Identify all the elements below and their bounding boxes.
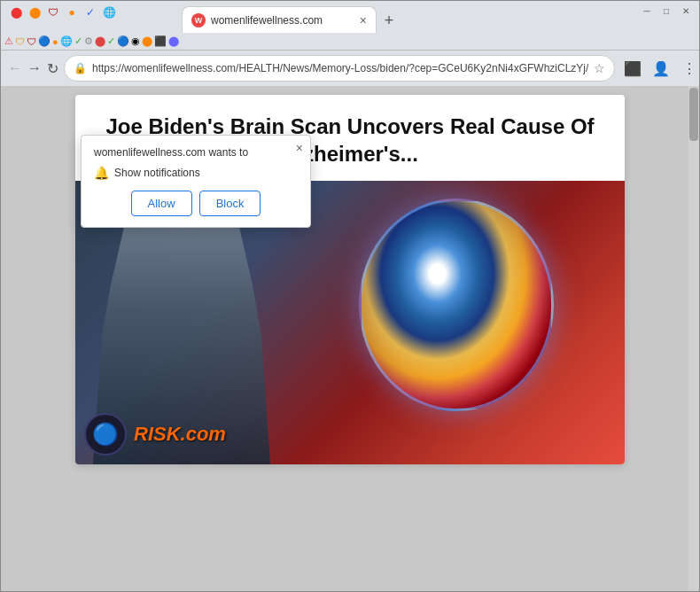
tab-close-button[interactable]: ×	[360, 13, 367, 27]
notification-row: 🔔 Show notifications	[94, 166, 298, 180]
page-content: Joe Biden's Brain Scan Uncovers Real Cau…	[1, 86, 699, 591]
window-controls: ─ □ ✕	[641, 4, 692, 17]
popup-action-buttons: Allow Block	[94, 191, 298, 216]
active-tab[interactable]: W womenlifewellness.com ×	[182, 6, 377, 33]
address-bar[interactable]: 🔒 https://womenlifewellness.com/HEALTH/N…	[64, 55, 615, 82]
url-text: https://womenlifewellness.com/HEALTH/New…	[92, 62, 588, 74]
ext-bar-icon-5[interactable]: ●	[52, 36, 58, 47]
security-icon: 🔒	[74, 62, 87, 74]
scrollbar[interactable]	[688, 86, 699, 591]
watermark: 🔵 RISK.com	[84, 413, 226, 456]
ext-icon-6[interactable]: 🌐	[101, 4, 117, 20]
ext-bar-icon-7[interactable]: ✓	[74, 35, 82, 47]
tab-bar: ⬤ ⬤ 🛡 ● ✓ 🌐 W womenlifewellness.com × + …	[1, 1, 699, 33]
tab-favicon: W	[191, 13, 206, 27]
popup-header-text: womenlifewellness.com wants to	[94, 146, 298, 159]
toolbar-right: ⬛ 👤 ⋮	[620, 56, 700, 81]
allow-button[interactable]: Allow	[131, 191, 192, 216]
ext-bar-icon-10[interactable]: ✓	[107, 35, 115, 47]
bookmark-icon[interactable]: ☆	[594, 61, 605, 75]
ext-bar-icon-2[interactable]: 🛡	[15, 36, 25, 47]
watermark-text: RISK.com	[134, 423, 226, 446]
ext-bar-icon-4[interactable]: 🔵	[38, 35, 51, 47]
ext-bar-icon-11[interactable]: 🔵	[117, 35, 129, 47]
ext-icon-5[interactable]: ✓	[82, 4, 98, 20]
bell-icon: 🔔	[94, 166, 109, 180]
minimize-button[interactable]: ─	[641, 4, 653, 17]
ext-bar-icon-8[interactable]: ⚙	[84, 35, 93, 47]
tab-title: womenlifewellness.com	[211, 14, 323, 27]
browser-window: ⬤ ⬤ 🛡 ● ✓ 🌐 W womenlifewellness.com × + …	[0, 0, 700, 592]
notification-description: Show notifications	[114, 167, 200, 179]
ext-icon-1[interactable]: ⬤	[8, 4, 24, 20]
ext-bar-icon-1[interactable]: ⚠	[4, 35, 13, 47]
maximize-button[interactable]: □	[660, 4, 673, 17]
extensions-button[interactable]: ⬛	[620, 56, 645, 81]
block-button[interactable]: Block	[199, 191, 261, 216]
menu-button[interactable]: ⋮	[677, 56, 700, 81]
brain-scan-image	[359, 199, 572, 429]
ext-bar-icon-3[interactable]: 🛡	[27, 36, 36, 47]
notification-popup: × womenlifewellness.com wants to 🔔 Show …	[81, 135, 311, 228]
ext-bar-icon-15[interactable]: ⬤	[168, 35, 179, 47]
back-button[interactable]: ←	[8, 56, 22, 81]
new-tab-button[interactable]: +	[377, 8, 401, 33]
scrollbar-thumb[interactable]	[689, 88, 698, 141]
ext-bar-icon-13[interactable]: ⬤	[142, 35, 152, 47]
ext-icon-3[interactable]: 🛡	[45, 4, 61, 20]
ext-icon-2[interactable]: ⬤	[27, 4, 43, 20]
ext-bar-icon-14[interactable]: ⬛	[154, 35, 167, 47]
ext-icon-4[interactable]: ●	[64, 4, 80, 20]
nav-bar: ← → ↻ 🔒 https://womenlifewellness.com/HE…	[1, 51, 699, 86]
forward-button[interactable]: →	[27, 56, 42, 81]
profile-button[interactable]: 👤	[649, 56, 673, 81]
refresh-button[interactable]: ↻	[47, 56, 58, 81]
ext-bar-icon-12[interactable]: ◉	[131, 35, 140, 47]
watermark-icon: 🔵	[84, 413, 127, 456]
close-button[interactable]: ✕	[680, 4, 692, 17]
ext-bar-icon-9[interactable]: ⬤	[95, 35, 105, 47]
ext-bar-icon-6[interactable]: 🌐	[60, 35, 73, 47]
popup-close-button[interactable]: ×	[296, 141, 303, 155]
